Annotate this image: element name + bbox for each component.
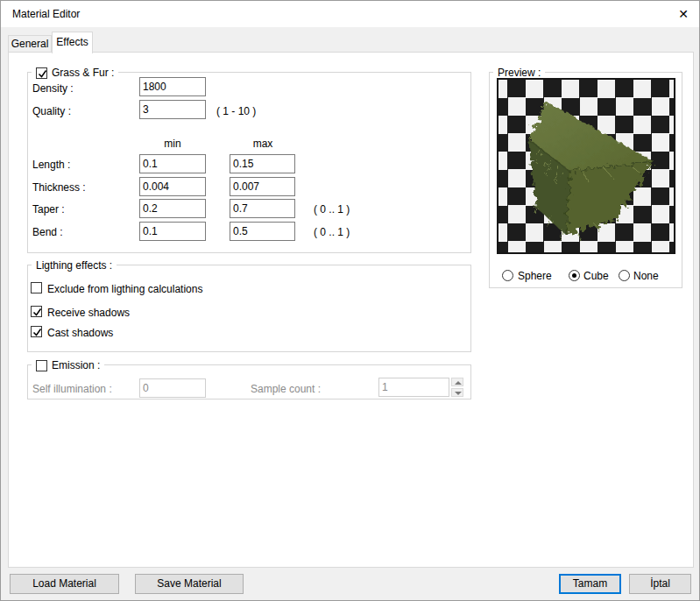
quality-range-hint: ( 1 - 10 ) — [216, 105, 256, 117]
self-illumination-label: Self illumination : — [32, 383, 112, 395]
ok-button[interactable]: Tamam — [559, 574, 621, 594]
lighting-effects-legend-label: Ligthing effects : — [36, 259, 112, 272]
sample-count-spinner — [451, 378, 463, 397]
bend-range-hint: ( 0 .. 1 ) — [314, 226, 350, 238]
receive-shadows-label: Receive shadows — [47, 307, 130, 319]
bend-max-input[interactable] — [230, 222, 295, 241]
radio-cube[interactable] — [569, 270, 580, 281]
length-label: Length : — [32, 159, 70, 171]
grass-fur-checkbox[interactable] — [36, 67, 47, 79]
material-preview-image — [497, 78, 675, 254]
quality-label: Quality : — [32, 105, 71, 117]
radio-none[interactable] — [619, 270, 630, 281]
taper-range-hint: ( 0 .. 1 ) — [314, 203, 350, 216]
checkmark-icon — [37, 68, 48, 80]
window-title: Material Editor — [12, 8, 80, 20]
checkmark-icon — [32, 327, 43, 338]
density-input[interactable] — [139, 77, 206, 96]
tab-effects[interactable]: Effects — [52, 32, 93, 53]
save-material-button[interactable]: Save Material — [135, 574, 244, 594]
title-bar: Material Editor ✕ — [1, 1, 699, 27]
thickness-min-input[interactable] — [139, 177, 206, 196]
tab-general[interactable]: General — [8, 35, 52, 52]
self-illumination-input — [139, 378, 206, 398]
thickness-max-input[interactable] — [230, 177, 295, 196]
thickness-label: Thickness : — [32, 181, 86, 194]
exclude-lighting-label: Exclude from ligthing calculations — [47, 283, 202, 295]
emission-checkbox[interactable] — [36, 360, 47, 371]
receive-shadows-checkbox[interactable] — [31, 306, 42, 317]
bend-min-input[interactable] — [139, 222, 206, 241]
spinner-down-icon[interactable] — [451, 388, 463, 397]
length-min-input[interactable] — [139, 154, 206, 173]
column-header-min: min — [139, 138, 206, 150]
cast-shadows-checkbox[interactable] — [31, 326, 42, 337]
quality-input[interactable] — [139, 100, 206, 119]
emission-legend-label: Emission : — [52, 359, 100, 371]
close-icon[interactable]: ✕ — [674, 5, 693, 23]
spinner-up-icon[interactable] — [451, 378, 463, 386]
radio-sphere[interactable] — [502, 270, 513, 281]
grass-fur-legend-label: Grass & Fur : — [52, 67, 114, 79]
length-max-input[interactable] — [230, 154, 295, 173]
radio-none-label: None — [633, 270, 659, 282]
taper-min-input[interactable] — [139, 199, 206, 218]
checkmark-icon — [32, 307, 43, 318]
grass-cube-render — [498, 80, 674, 252]
sample-count-label: Sample count : — [251, 383, 321, 395]
radio-sphere-label: Sphere — [518, 270, 552, 282]
cast-shadows-label: Cast shadows — [47, 327, 113, 339]
taper-max-input[interactable] — [230, 199, 295, 218]
radio-cube-label: Cube — [583, 270, 609, 282]
cancel-button[interactable]: İptal — [629, 574, 691, 594]
bend-label: Bend : — [32, 226, 63, 238]
exclude-lighting-checkbox[interactable] — [31, 282, 42, 293]
density-label: Density : — [32, 82, 74, 95]
column-header-max: max — [230, 138, 296, 150]
material-editor-dialog: Material Editor ✕ General Effects Grass … — [0, 0, 700, 601]
preview-legend-label: Preview : — [498, 67, 541, 79]
taper-label: Taper : — [32, 203, 65, 216]
sample-count-input — [378, 378, 449, 397]
load-material-button[interactable]: Load Material — [10, 574, 119, 594]
